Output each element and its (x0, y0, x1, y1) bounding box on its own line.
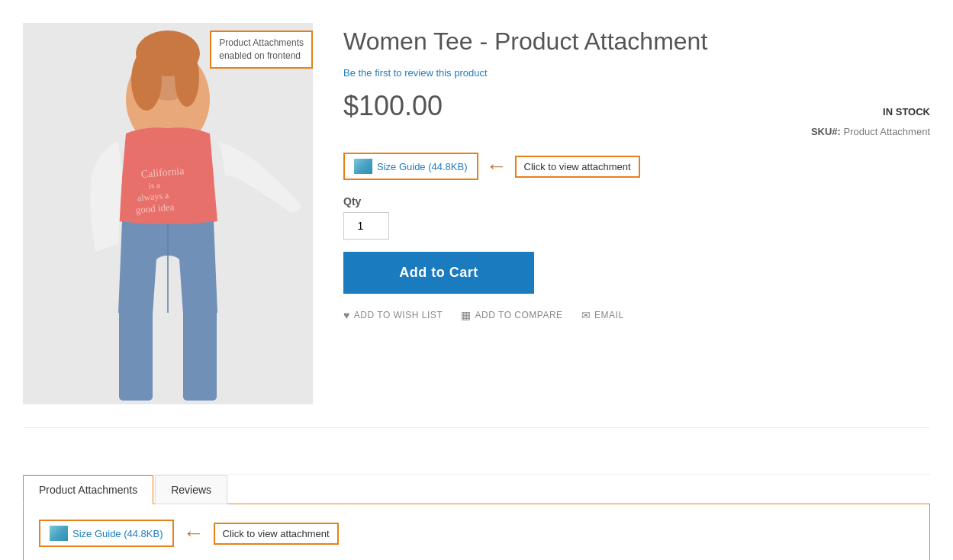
tab-content-area: Size Guide (44.8KB) ← Click to view atta… (23, 504, 930, 560)
attachment-badge: Product Attachments enabled on frontend (210, 31, 313, 69)
compare-icon: ▦ (461, 309, 472, 321)
arrow-callout: ← (486, 154, 507, 179)
compare-label: ADD TO COMPARE (475, 310, 563, 320)
tabs-row: Product Attachments Reviews (23, 475, 930, 504)
tab-click-to-view-label: Click to view attachment (214, 523, 339, 545)
product-image-svg: California is a always a good idea (23, 23, 313, 404)
compare-link[interactable]: ▦ ADD TO COMPARE (461, 309, 563, 321)
bottom-section: Product Attachments Reviews Size Guide (… (23, 474, 930, 560)
attachment-link-label: Size Guide (44.8KB) (377, 161, 468, 172)
product-section: California is a always a good idea Produ… (23, 15, 930, 404)
attachment-link[interactable]: Size Guide (44.8KB) (343, 153, 478, 180)
svg-point-5 (175, 49, 199, 107)
section-divider (23, 427, 930, 428)
email-icon: ✉ (581, 309, 591, 321)
tab-product-attachments[interactable]: Product Attachments (23, 475, 153, 504)
review-link[interactable]: Be the first to review this product (343, 67, 930, 79)
tab-product-attachments-label: Product Attachments (39, 484, 137, 496)
sku-label: SKU#: (811, 126, 841, 137)
svg-rect-7 (119, 309, 153, 401)
page-wrapper: California is a always a good idea Produ… (0, 0, 953, 560)
svg-text:is a: is a (148, 180, 160, 190)
price-stock-row: $100.00 IN STOCK (343, 90, 930, 122)
attachment-badge-line1: Product Attachments (219, 37, 304, 48)
action-links: ♥ ADD TO WISH LIST ▦ ADD TO COMPARE ✉ EM… (343, 309, 930, 321)
attachment-area: Size Guide (44.8KB) ← Click to view atta… (343, 153, 930, 180)
email-link[interactable]: ✉ EMAIL (581, 309, 624, 321)
tab-file-icon (50, 526, 68, 541)
qty-label: Qty (343, 195, 930, 208)
svg-rect-8 (183, 309, 217, 401)
svg-point-4 (131, 50, 162, 111)
stock-badge: IN STOCK (883, 106, 930, 117)
file-icon (354, 159, 372, 174)
product-image-col: California is a always a good idea Produ… (23, 23, 313, 404)
product-title: Women Tee - Product Attachment (343, 27, 930, 56)
attachment-badge-line2: enabled on frontend (219, 50, 301, 61)
tab-arrow-callout: ← (183, 521, 204, 546)
sku-row: SKU#: Product Attachment (343, 126, 930, 137)
email-label: EMAIL (594, 310, 624, 320)
product-image-box: California is a always a good idea (23, 23, 313, 404)
tab-arrow-icon: ← (183, 521, 204, 546)
tab-reviews[interactable]: Reviews (155, 475, 227, 504)
add-to-cart-button[interactable]: Add to Cart (343, 252, 534, 294)
qty-input[interactable] (343, 212, 389, 240)
wish-list-label: ADD TO WISH LIST (354, 310, 443, 320)
heart-icon: ♥ (343, 309, 350, 321)
wish-list-link[interactable]: ♥ ADD TO WISH LIST (343, 309, 443, 321)
arrow-icon: ← (486, 154, 507, 179)
click-to-view-label: Click to view attachment (515, 156, 640, 178)
product-price: $100.00 (343, 90, 443, 122)
tab-attachment-row: Size Guide (44.8KB) ← Click to view atta… (39, 520, 914, 547)
sku-value: Product Attachment (844, 126, 930, 137)
product-info-col: Women Tee - Product Attachment Be the fi… (343, 23, 930, 404)
tab-attachment-label: Size Guide (44.8KB) (72, 528, 163, 539)
tab-reviews-label: Reviews (171, 484, 211, 496)
tab-attachment-link[interactable]: Size Guide (44.8KB) (39, 520, 174, 547)
